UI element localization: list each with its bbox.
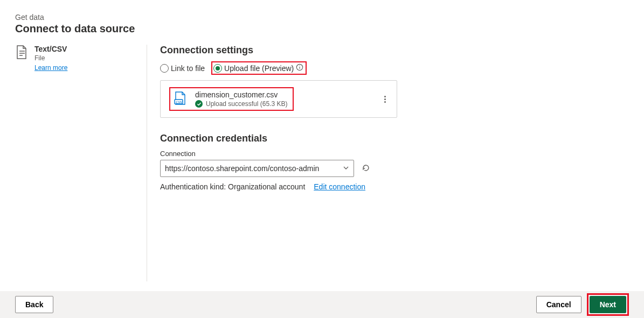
file-name: dimension_customer.csv — [195, 90, 287, 99]
back-button[interactable]: Back — [15, 296, 53, 313]
svg-text:CSV: CSV — [176, 100, 183, 103]
source-subtitle: File — [34, 54, 67, 62]
highlight-file-info: CSV dimension_customer.csv Upload succes… — [169, 87, 294, 111]
vertical-divider — [147, 45, 147, 281]
radio-link-to-file[interactable]: Link to file — [160, 64, 205, 73]
info-icon[interactable] — [296, 63, 303, 73]
cancel-button[interactable]: Cancel — [536, 296, 581, 313]
highlight-upload-option: Upload file (Preview) — [211, 61, 307, 75]
auth-kind-text: Authentication kind: Organizational acco… — [160, 182, 305, 191]
document-icon — [15, 45, 28, 291]
highlight-next-button: Next — [587, 293, 629, 316]
svg-point-5 — [300, 66, 300, 66]
edit-connection-link[interactable]: Edit connection — [314, 182, 365, 191]
radio-upload-file[interactable]: Upload file (Preview) — [213, 64, 294, 73]
success-check-icon — [195, 100, 203, 108]
csv-file-icon: CSV — [172, 91, 188, 108]
connection-settings-title: Connection settings — [160, 45, 413, 56]
source-summary: Text/CSV File Learn more — [15, 45, 134, 291]
connection-credentials-title: Connection credentials — [160, 133, 413, 144]
source-name: Text/CSV — [34, 45, 67, 53]
connection-dropdown[interactable]: https://contoso.sharepoint.com/contoso-a… — [160, 160, 354, 177]
learn-more-link[interactable]: Learn more — [34, 64, 67, 72]
radio-upload-label: Upload file (Preview) — [224, 64, 294, 73]
connection-value: https://contoso.sharepoint.com/contoso-a… — [165, 164, 319, 173]
next-button[interactable]: Next — [590, 296, 626, 313]
page-title: Connect to data source — [15, 23, 629, 35]
more-options-icon[interactable] — [382, 94, 388, 105]
radio-link-label: Link to file — [171, 64, 205, 73]
breadcrumb: Get data — [15, 13, 629, 22]
chevron-down-icon — [343, 164, 349, 173]
refresh-icon[interactable] — [362, 164, 370, 174]
uploaded-file-card: CSV dimension_customer.csv Upload succes… — [160, 80, 397, 118]
file-status: Upload successful (65.3 KB) — [206, 100, 287, 108]
dialog-footer: Back Cancel Next — [0, 291, 644, 318]
connection-field-label: Connection — [160, 150, 413, 158]
